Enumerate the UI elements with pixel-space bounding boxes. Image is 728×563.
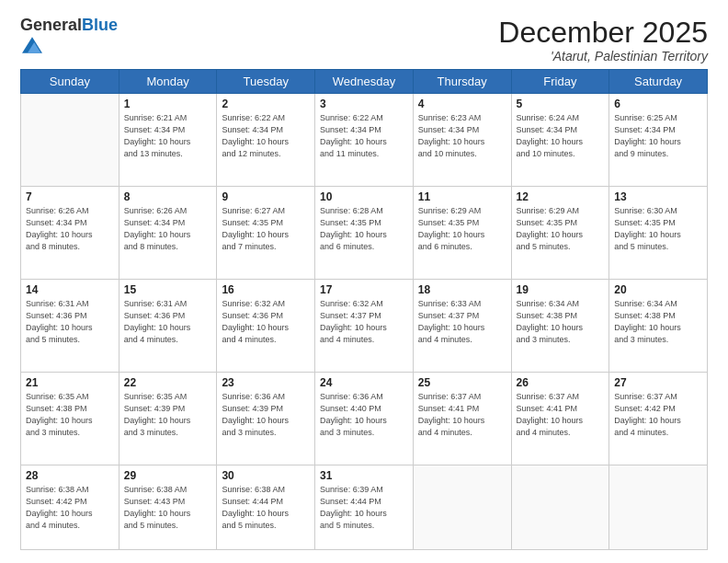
- day-number: 24: [320, 376, 408, 389]
- calendar-cell: [21, 94, 119, 187]
- day-number: 15: [124, 283, 212, 296]
- calendar-cell: 6Sunrise: 6:25 AM Sunset: 4:34 PM Daylig…: [609, 94, 708, 187]
- calendar-cell: 26Sunrise: 6:37 AM Sunset: 4:41 PM Dayli…: [511, 373, 609, 465]
- day-info: Sunrise: 6:23 AM Sunset: 4:34 PM Dayligh…: [418, 112, 506, 160]
- day-number: 9: [222, 190, 310, 203]
- day-number: 4: [418, 98, 506, 110]
- calendar-cell: [511, 465, 609, 550]
- day-number: 8: [124, 190, 212, 203]
- day-info: Sunrise: 6:31 AM Sunset: 4:36 PM Dayligh…: [124, 298, 212, 346]
- day-info: Sunrise: 6:38 AM Sunset: 4:42 PM Dayligh…: [26, 484, 114, 532]
- calendar-cell: 13Sunrise: 6:30 AM Sunset: 4:35 PM Dayli…: [609, 187, 708, 280]
- day-info: Sunrise: 6:38 AM Sunset: 4:44 PM Dayligh…: [222, 484, 310, 532]
- calendar-cell: 28Sunrise: 6:38 AM Sunset: 4:42 PM Dayli…: [21, 465, 119, 550]
- day-number: 16: [222, 283, 310, 296]
- calendar-cell: 20Sunrise: 6:34 AM Sunset: 4:38 PM Dayli…: [609, 280, 708, 373]
- day-number: 25: [418, 376, 506, 389]
- day-info: Sunrise: 6:34 AM Sunset: 4:38 PM Dayligh…: [614, 298, 702, 346]
- day-info: Sunrise: 6:31 AM Sunset: 4:36 PM Dayligh…: [26, 298, 114, 346]
- calendar-cell: [609, 465, 708, 550]
- day-info: Sunrise: 6:29 AM Sunset: 4:35 PM Dayligh…: [418, 205, 506, 253]
- calendar-cell: 18Sunrise: 6:33 AM Sunset: 4:37 PM Dayli…: [413, 280, 511, 373]
- calendar-cell: 21Sunrise: 6:35 AM Sunset: 4:38 PM Dayli…: [21, 373, 119, 465]
- col-friday: Friday: [511, 70, 609, 94]
- day-number: 1: [124, 98, 212, 110]
- day-info: Sunrise: 6:37 AM Sunset: 4:41 PM Dayligh…: [517, 391, 605, 439]
- calendar-cell: 19Sunrise: 6:34 AM Sunset: 4:38 PM Dayli…: [511, 280, 609, 373]
- day-number: 7: [26, 190, 114, 203]
- col-tuesday: Tuesday: [217, 70, 315, 94]
- col-thursday: Thursday: [413, 70, 511, 94]
- calendar-cell: 16Sunrise: 6:32 AM Sunset: 4:36 PM Dayli…: [217, 280, 315, 373]
- calendar-cell: 5Sunrise: 6:24 AM Sunset: 4:34 PM Daylig…: [511, 94, 609, 187]
- day-info: Sunrise: 6:36 AM Sunset: 4:39 PM Dayligh…: [222, 391, 310, 439]
- logo-general: General: [20, 16, 82, 34]
- day-number: 22: [124, 376, 212, 389]
- day-number: 19: [517, 283, 605, 296]
- day-number: 12: [517, 190, 605, 203]
- calendar-cell: 27Sunrise: 6:37 AM Sunset: 4:42 PM Dayli…: [609, 373, 708, 465]
- day-info: Sunrise: 6:29 AM Sunset: 4:35 PM Dayligh…: [517, 205, 605, 253]
- day-number: 26: [517, 376, 605, 389]
- calendar-cell: 1Sunrise: 6:21 AM Sunset: 4:34 PM Daylig…: [119, 94, 217, 187]
- day-number: 28: [26, 469, 114, 482]
- day-info: Sunrise: 6:32 AM Sunset: 4:36 PM Dayligh…: [222, 298, 310, 346]
- day-info: Sunrise: 6:35 AM Sunset: 4:38 PM Dayligh…: [26, 391, 114, 439]
- calendar-cell: 10Sunrise: 6:28 AM Sunset: 4:35 PM Dayli…: [315, 187, 414, 280]
- day-number: 2: [222, 98, 310, 110]
- day-number: 30: [222, 469, 310, 482]
- calendar-cell: 17Sunrise: 6:32 AM Sunset: 4:37 PM Dayli…: [315, 280, 414, 373]
- day-number: 3: [320, 98, 408, 110]
- day-number: 13: [614, 190, 702, 203]
- col-saturday: Saturday: [609, 70, 708, 94]
- day-info: Sunrise: 6:28 AM Sunset: 4:35 PM Dayligh…: [320, 205, 408, 253]
- page: GeneralBlue December 2025 'Atarut, Pales…: [0, 0, 728, 563]
- day-number: 18: [418, 283, 506, 296]
- day-number: 21: [26, 376, 114, 389]
- day-info: Sunrise: 6:26 AM Sunset: 4:34 PM Dayligh…: [26, 205, 114, 253]
- calendar-cell: 24Sunrise: 6:36 AM Sunset: 4:40 PM Dayli…: [315, 373, 414, 465]
- day-info: Sunrise: 6:39 AM Sunset: 4:44 PM Dayligh…: [320, 484, 408, 532]
- day-info: Sunrise: 6:25 AM Sunset: 4:34 PM Dayligh…: [614, 112, 702, 160]
- col-sunday: Sunday: [21, 70, 119, 94]
- logo-blue: Blue: [82, 16, 118, 34]
- day-number: 6: [614, 98, 702, 110]
- calendar-table: Sunday Monday Tuesday Wednesday Thursday…: [20, 69, 708, 550]
- calendar-cell: 31Sunrise: 6:39 AM Sunset: 4:44 PM Dayli…: [315, 465, 414, 550]
- calendar-cell: 3Sunrise: 6:22 AM Sunset: 4:34 PM Daylig…: [315, 94, 414, 187]
- day-number: 29: [124, 469, 212, 482]
- calendar-cell: 15Sunrise: 6:31 AM Sunset: 4:36 PM Dayli…: [119, 280, 217, 373]
- day-number: 11: [418, 190, 506, 203]
- calendar-cell: 9Sunrise: 6:27 AM Sunset: 4:35 PM Daylig…: [217, 187, 315, 280]
- calendar-cell: 8Sunrise: 6:26 AM Sunset: 4:34 PM Daylig…: [119, 187, 217, 280]
- calendar-cell: 4Sunrise: 6:23 AM Sunset: 4:34 PM Daylig…: [413, 94, 511, 187]
- calendar-cell: 7Sunrise: 6:26 AM Sunset: 4:34 PM Daylig…: [21, 187, 119, 280]
- day-info: Sunrise: 6:27 AM Sunset: 4:35 PM Dayligh…: [222, 205, 310, 253]
- day-info: Sunrise: 6:34 AM Sunset: 4:38 PM Dayligh…: [517, 298, 605, 346]
- day-info: Sunrise: 6:37 AM Sunset: 4:42 PM Dayligh…: [614, 391, 702, 439]
- calendar-cell: 11Sunrise: 6:29 AM Sunset: 4:35 PM Dayli…: [413, 187, 511, 280]
- calendar-cell: 30Sunrise: 6:38 AM Sunset: 4:44 PM Dayli…: [217, 465, 315, 550]
- day-number: 31: [320, 469, 408, 482]
- calendar-header-row: Sunday Monday Tuesday Wednesday Thursday…: [21, 70, 708, 94]
- day-info: Sunrise: 6:33 AM Sunset: 4:37 PM Dayligh…: [418, 298, 506, 346]
- day-number: 23: [222, 376, 310, 389]
- day-info: Sunrise: 6:38 AM Sunset: 4:43 PM Dayligh…: [124, 484, 212, 532]
- day-info: Sunrise: 6:36 AM Sunset: 4:40 PM Dayligh…: [320, 391, 408, 439]
- day-number: 20: [614, 283, 702, 296]
- day-info: Sunrise: 6:24 AM Sunset: 4:34 PM Dayligh…: [517, 112, 605, 160]
- day-number: 10: [320, 190, 408, 203]
- day-number: 14: [26, 283, 114, 296]
- day-info: Sunrise: 6:21 AM Sunset: 4:34 PM Dayligh…: [124, 112, 212, 160]
- day-info: Sunrise: 6:26 AM Sunset: 4:34 PM Dayligh…: [124, 205, 212, 253]
- day-number: 17: [320, 283, 408, 296]
- location: 'Atarut, Palestinian Territory: [498, 49, 708, 63]
- logo: GeneralBlue: [20, 17, 118, 59]
- calendar-cell: [413, 465, 511, 550]
- calendar-cell: 23Sunrise: 6:36 AM Sunset: 4:39 PM Dayli…: [217, 373, 315, 465]
- day-number: 5: [517, 98, 605, 110]
- title-section: December 2025 'Atarut, Palestinian Terri…: [498, 17, 708, 63]
- header: GeneralBlue December 2025 'Atarut, Pales…: [20, 17, 708, 63]
- day-info: Sunrise: 6:22 AM Sunset: 4:34 PM Dayligh…: [320, 112, 408, 160]
- day-info: Sunrise: 6:32 AM Sunset: 4:37 PM Dayligh…: [320, 298, 408, 346]
